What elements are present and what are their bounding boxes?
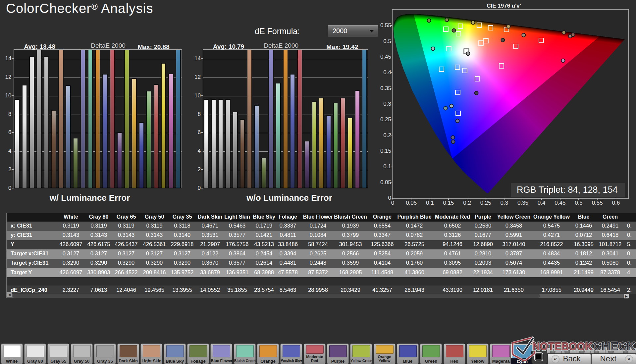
svg-text:NOTEBOOK: NOTEBOOK — [532, 340, 593, 352]
svg-text:CHECK: CHECK — [593, 340, 635, 352]
